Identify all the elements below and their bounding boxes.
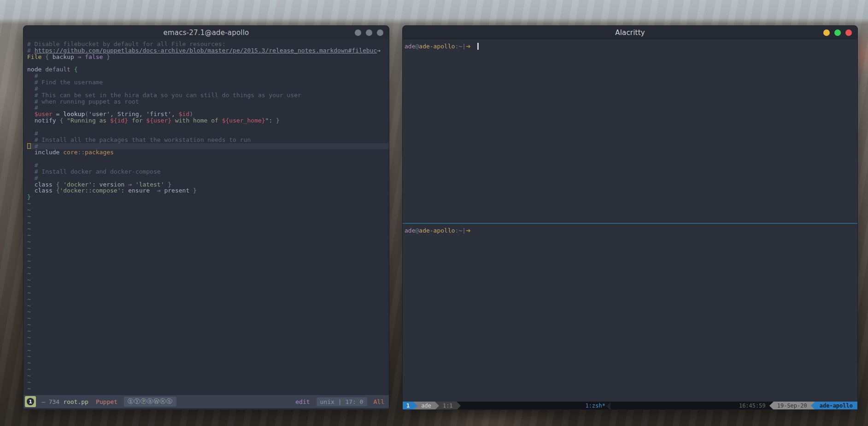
- tmux-pane-index: 1:1: [439, 402, 457, 410]
- buffer-name[interactable]: root.pp: [63, 398, 88, 405]
- fringe-tilde: ~: [27, 270, 389, 277]
- workspace-number: 1: [27, 398, 34, 405]
- prompt-arrow-icon: ➜: [466, 43, 471, 50]
- emacs-cursor: [27, 143, 31, 149]
- buffer-line: class { 'docker': version ⇒ 'latest' }: [27, 181, 389, 188]
- emacs-echo-area[interactable]: [23, 408, 389, 410]
- prompt-host: ade-apollo: [419, 43, 455, 50]
- emacs-modeline: 1 – 734 root.pp Puppet ⓢⓨⓅⓐⓌⓀⓈ edit unix…: [23, 395, 389, 408]
- fringe-tilde: ~: [27, 315, 389, 321]
- emacs-window-title: emacs-27.1@ade-apollo: [164, 29, 249, 37]
- prompt-user: ade: [405, 227, 415, 234]
- tmux-date: 19-Sep-20: [774, 402, 811, 410]
- buffer-line: File { backup ⇒ false }: [27, 54, 389, 60]
- powerline-arrow-icon: [435, 402, 439, 410]
- edit-state: edit: [295, 398, 310, 405]
- buffer-line: class {'docker::compose': ensure ⇒ prese…: [27, 187, 389, 194]
- tmux-user: ade: [417, 402, 435, 410]
- terminal-area: ade@ade-apollo:~|➜ ade@ade-apollo:~|➜: [403, 40, 857, 402]
- buffer-line: node default {: [27, 66, 389, 73]
- close-button[interactable]: [845, 29, 852, 36]
- prompt-user: ade: [405, 43, 415, 50]
- maximize-button[interactable]: [366, 29, 372, 36]
- terminal-cursor: [477, 43, 479, 50]
- fringe-tilde: ~: [27, 309, 389, 315]
- buffer-line: #: [27, 73, 389, 79]
- buffer-line: # This can be set in the hira data so yo…: [27, 92, 389, 99]
- buffer-line: #: [27, 130, 389, 137]
- fringe-tilde: ~: [27, 277, 389, 283]
- fringe-tilde: ~: [27, 200, 389, 207]
- fringe-tilde: ~: [27, 385, 389, 392]
- fringe-tilde: ~: [27, 264, 389, 271]
- buffer-line: [27, 60, 389, 67]
- fringe-tilde: ~: [27, 296, 389, 303]
- tmux-status-bar: 1 ade 1:1 1:zsh* 16:45:59 19-Sep-20 ade-…: [403, 402, 857, 410]
- fringe-tilde: ~: [27, 283, 389, 290]
- powerline-arrow-icon: [769, 402, 774, 410]
- powerline-arrow-icon: [457, 402, 461, 410]
- fringe-tilde: ~: [27, 239, 389, 245]
- prompt-arrow-icon: ➜: [466, 227, 471, 234]
- tmux-hostname: ade-apollo: [815, 402, 857, 410]
- buffer-line: #: [27, 175, 389, 181]
- prompt-pipe: |: [462, 227, 466, 234]
- tmux-active-window[interactable]: 1:zsh*: [586, 402, 605, 410]
- fringe-tilde: ~: [27, 328, 389, 334]
- buffer-line: include core::packages: [27, 149, 389, 156]
- buffer-line: notify { "Running as ${id} for ${user} w…: [27, 117, 389, 124]
- fringe-tilde: ~: [27, 213, 389, 220]
- fringe-tilde: ~: [27, 251, 389, 258]
- fringe-tilde: ~: [27, 245, 389, 251]
- fringe-tilde: ~: [27, 360, 389, 366]
- maximize-button[interactable]: [834, 29, 841, 36]
- fringe-tilde: ~: [27, 353, 389, 360]
- tmux-pane-bottom[interactable]: ade@ade-apollo:~|➜: [403, 224, 857, 402]
- buffer-line: # when running puppet as root: [27, 99, 389, 105]
- fringe-tilde: ~: [27, 303, 389, 309]
- fringe-tilde: ~: [27, 290, 389, 296]
- fringe-tilde: ~: [27, 341, 389, 347]
- buffer-line: # Find the username: [27, 79, 389, 86]
- major-mode[interactable]: Puppet: [96, 398, 117, 405]
- shell-prompt: ade@ade-apollo:~|➜: [405, 227, 857, 234]
- shell-prompt: ade@ade-apollo:~|➜: [405, 42, 857, 50]
- tmux-window-list: 1:zsh*: [461, 402, 735, 410]
- prompt-host: ade-apollo: [419, 227, 455, 234]
- buffer-line: # Disable filebucket by default for all …: [27, 41, 389, 47]
- buffer-line: [27, 156, 389, 162]
- buffer-line: #: [27, 143, 389, 150]
- emacs-window[interactable]: emacs-27.1@ade-apollo # Disable filebuck…: [23, 25, 389, 410]
- buffer-position: – 734: [41, 398, 59, 405]
- fringe-tilde: ~: [27, 373, 389, 379]
- fringe-tilde: ~: [27, 220, 389, 226]
- minor-mode-icons[interactable]: ⓢⓨⓅⓐⓌⓀⓈ: [124, 397, 176, 407]
- tmux-session-index[interactable]: 1: [403, 402, 413, 410]
- buffer-line: # Install all the packages that the work…: [27, 137, 389, 143]
- fringe-tilde: ~: [27, 347, 389, 354]
- tmux-pane-top[interactable]: ade@ade-apollo:~|➜: [403, 40, 857, 223]
- fringe-tilde: ~: [27, 379, 389, 385]
- close-button[interactable]: [377, 29, 383, 36]
- emacs-buffer[interactable]: # Disable filebucket by default for all …: [23, 40, 389, 395]
- tmux-clock: 16:45:59: [735, 402, 769, 410]
- minimize-button[interactable]: [355, 29, 361, 36]
- buffer-line: #: [27, 105, 389, 111]
- powerline-arrow-icon: [811, 402, 815, 410]
- encoding-position: unix | 17: 0: [317, 397, 367, 406]
- buffer-line: [27, 124, 389, 130]
- emacs-window-controls: [355, 26, 383, 40]
- fringe-tilde: ~: [27, 321, 389, 328]
- prompt-pipe: |: [462, 43, 466, 50]
- buffer-line: $user = lookup('user', String, 'first', …: [27, 111, 389, 117]
- fringe-tilde: ~: [27, 258, 389, 264]
- alacritty-titlebar[interactable]: Alacritty: [403, 26, 857, 40]
- alacritty-window[interactable]: Alacritty ade@ade-apollo:~|➜ ade@ade-apo…: [402, 25, 858, 410]
- alacritty-window-controls: [823, 26, 852, 40]
- minimize-button[interactable]: [823, 29, 830, 36]
- buffer-line: # Install docker and docker-compose: [27, 169, 389, 175]
- powerline-arrow-icon: [606, 402, 610, 410]
- fringe-tilde: ~: [27, 366, 389, 373]
- fringe-tilde: ~: [27, 226, 389, 232]
- emacs-titlebar[interactable]: emacs-27.1@ade-apollo: [23, 26, 389, 40]
